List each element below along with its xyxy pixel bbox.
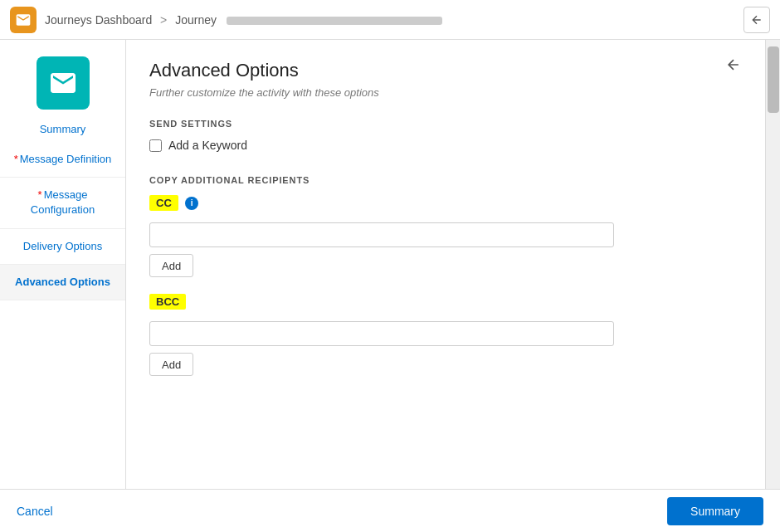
sidebar-item-delivery-options[interactable]: Delivery Options [0, 229, 125, 265]
sidebar-item-label-delivery-options: Delivery Options [23, 240, 102, 252]
app-logo [10, 7, 37, 33]
sidebar-icon-box [37, 56, 90, 110]
scrollbar-thumb [768, 46, 779, 113]
cc-add-button[interactable]: Add [149, 254, 193, 277]
top-back-button[interactable] [743, 7, 770, 33]
bcc-badge-row: BCC [149, 294, 742, 316]
required-star-2: * [38, 188, 42, 201]
page-title: Advanced Options [149, 60, 742, 81]
bcc-add-button[interactable]: Add [149, 353, 193, 376]
bottom-bar: Cancel Summary [0, 489, 780, 532]
breadcrumb-blurred [227, 17, 442, 25]
cc-input-row [149, 222, 742, 247]
content-back-button[interactable] [725, 56, 742, 77]
sidebar: Summary *Message Definition *Message Con… [0, 40, 126, 489]
cc-info-icon[interactable]: i [185, 197, 198, 210]
send-settings-section: SEND SETTINGS Add a Keyword [149, 119, 742, 152]
page-subtitle: Further customize the activity with thes… [149, 86, 742, 99]
breadcrumb-link[interactable]: Journeys Dashboard [45, 13, 152, 27]
bcc-badge: BCC [149, 294, 186, 310]
content-scroll: Advanced Options Further customize the a… [126, 40, 765, 489]
scrollbar[interactable] [765, 40, 780, 489]
bcc-input-row [149, 321, 742, 346]
main-layout: Summary *Message Definition *Message Con… [0, 40, 780, 489]
cancel-button[interactable]: Cancel [17, 505, 53, 518]
bcc-input[interactable] [149, 321, 614, 346]
sidebar-summary-label: Summary [40, 123, 86, 135]
cc-badge: CC [149, 195, 178, 211]
add-keyword-label: Add a Keyword [168, 139, 247, 152]
send-settings-heading: SEND SETTINGS [149, 119, 742, 129]
sidebar-item-label-advanced-options: Advanced Options [15, 276, 110, 288]
sidebar-item-message-configuration[interactable]: *Message Configuration [0, 178, 125, 228]
sidebar-item-advanced-options[interactable]: Advanced Options [0, 265, 125, 300]
copy-recipients-heading: COPY ADDITIONAL RECIPIENTS [149, 175, 742, 185]
summary-button[interactable]: Summary [667, 497, 763, 525]
content-area: Advanced Options Further customize the a… [126, 40, 765, 489]
sidebar-item-message-definition[interactable]: *Message Definition [0, 142, 125, 178]
breadcrumb-separator: > [160, 13, 167, 27]
sidebar-item-label-message-definition: Message Definition [20, 153, 112, 165]
cc-field-block: CC i Add [149, 195, 742, 277]
sidebar-nav: *Message Definition *Message Configurati… [0, 142, 125, 300]
breadcrumb-current: Journey [175, 13, 217, 27]
bcc-field-block: BCC Add [149, 294, 742, 376]
add-keyword-checkbox[interactable] [149, 139, 162, 152]
add-keyword-row: Add a Keyword [149, 139, 742, 152]
required-star-1: * [14, 153, 18, 165]
cc-input[interactable] [149, 222, 614, 247]
breadcrumb: Journeys Dashboard > Journey [45, 13, 770, 27]
copy-recipients-section: COPY ADDITIONAL RECIPIENTS CC i Add BCC [149, 175, 742, 376]
top-bar: Journeys Dashboard > Journey [0, 0, 780, 40]
cc-badge-row: CC i [149, 195, 742, 217]
